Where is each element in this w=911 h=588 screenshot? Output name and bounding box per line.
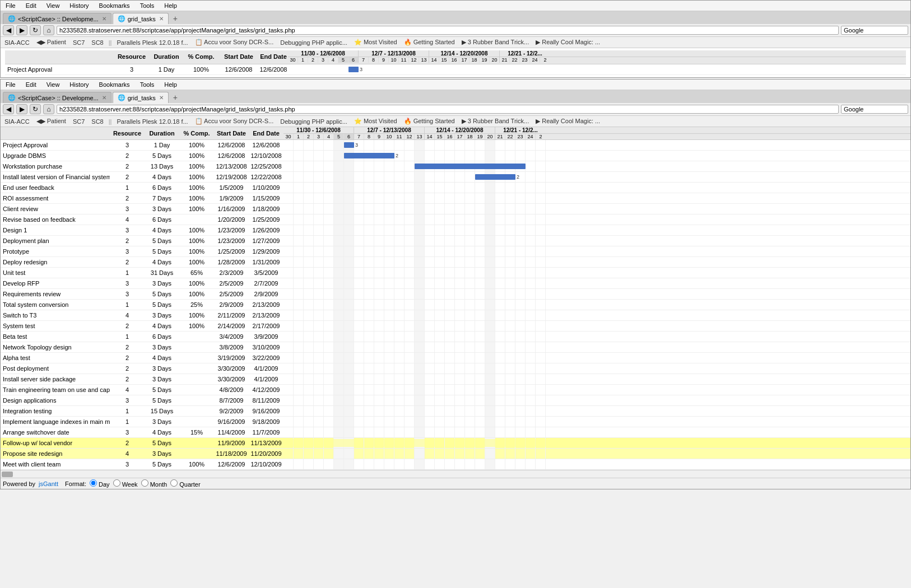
bookmark-sc8-2[interactable]: SC8 <box>90 118 105 125</box>
table-row[interactable]: Deploy redesign 2 4 Days 100% 1/28/2009 … <box>1 257 910 268</box>
tab-close-g-2[interactable]: ✕ <box>159 95 164 101</box>
table-row[interactable]: Post deployment 2 3 Days 3/30/2009 4/1/2… <box>1 363 910 374</box>
table-row[interactable]: Implement language indexes in main menu … <box>1 417 910 427</box>
menu-view-1[interactable]: View <box>45 2 62 10</box>
bookmark-accu-2[interactable]: 📋 Accu voor Sony DCR-S... <box>193 117 276 125</box>
back-btn-1[interactable]: ◀ <box>3 25 14 35</box>
new-tab-btn-2[interactable]: + <box>170 92 181 103</box>
scroll-bar[interactable] <box>1 470 910 478</box>
table-row[interactable]: Client review 3 3 Days 100% 1/16/2009 1/… <box>1 204 910 214</box>
table-row[interactable]: Arrange switchover date 3 4 Days 15% 11/… <box>1 427 910 438</box>
bookmark-parallels-1[interactable]: Parallels Plesk 12.0.18 f... <box>115 39 189 46</box>
menu-history-1[interactable]: History <box>68 2 90 10</box>
search-input-2[interactable] <box>841 105 908 114</box>
menu-edit-2[interactable]: Edit <box>24 81 38 88</box>
menu-tools-1[interactable]: Tools <box>138 2 156 10</box>
back-btn-2[interactable]: ◀ <box>3 104 14 114</box>
menu-file-2[interactable]: File <box>4 81 17 88</box>
table-row[interactable]: Switch to T3 4 3 Days 100% 2/11/2009 2/1… <box>1 310 910 321</box>
tab-scriptcase-1[interactable]: 🌐 <ScriptCase> :: Developme... ✕ <box>3 13 111 24</box>
table-row[interactable]: Propose site redesign 4 3 Days 11/18/200… <box>1 449 910 459</box>
menu-view-2[interactable]: View <box>45 81 62 88</box>
url-input-2[interactable] <box>57 105 839 114</box>
menu-edit-1[interactable]: Edit <box>24 2 38 10</box>
format-quarter-radio[interactable] <box>170 479 178 487</box>
tab-scriptcase-2[interactable]: 🌐 <ScriptCase> :: Developme... ✕ <box>3 92 111 103</box>
table-row[interactable]: Beta test 1 6 Days 3/4/2009 3/9/2009 <box>1 332 910 342</box>
reload-btn-2[interactable]: ↻ <box>30 104 41 114</box>
table-row[interactable]: Upgrade DBMS 2 5 Days 100% 12/6/2008 12/… <box>1 151 910 161</box>
table-row[interactable]: System test 2 4 Days 100% 2/14/2009 2/17… <box>1 321 910 332</box>
forward-btn-2[interactable]: ▶ <box>16 104 27 114</box>
format-week-label[interactable]: Week <box>113 479 138 488</box>
bookmark-debug-2[interactable]: Debugging PHP applic... <box>278 118 349 125</box>
bookmark-magic-2[interactable]: ▶ Really Cool Magic: ... <box>534 117 602 125</box>
gantt-bar[interactable] <box>475 174 515 180</box>
bookmark-patient-1[interactable]: ◀▶ Patient <box>35 38 68 46</box>
table-row[interactable]: Unit test 1 31 Days 65% 2/3/2009 3/5/200… <box>1 268 910 278</box>
gantt-bar[interactable] <box>415 164 526 169</box>
menu-bookmarks-2[interactable]: Bookmarks <box>97 81 132 88</box>
bookmark-siaacc-1[interactable]: SIA-ACC <box>3 39 31 46</box>
format-quarter-label[interactable]: Quarter <box>170 479 200 488</box>
bookmark-accu-1[interactable]: 📋 Accu voor Sony DCR-S... <box>193 38 276 46</box>
table-row[interactable]: Deployment plan 2 5 Days 100% 1/23/2009 … <box>1 236 910 246</box>
bookmark-parallels-2[interactable]: Parallels Plesk 12.0.18 f... <box>115 118 189 125</box>
bookmark-rubber-2[interactable]: ▶ 3 Rubber Band Trick... <box>460 117 531 125</box>
scroll-thumb[interactable] <box>2 472 13 477</box>
tab-close-sc-2[interactable]: ✕ <box>102 95 106 101</box>
table-row[interactable]: Meet with client team 3 5 Days 100% 12/6… <box>1 459 910 470</box>
tab-grid-2[interactable]: 🌐 grid_tasks ✕ <box>113 92 169 103</box>
tab-close-grid-1[interactable]: ✕ <box>159 16 164 22</box>
table-row[interactable]: Requirements review 3 5 Days 100% 2/5/20… <box>1 289 910 300</box>
table-row[interactable]: Develop RFP 3 3 Days 100% 2/5/2009 2/7/2… <box>1 278 910 289</box>
home-btn-2[interactable]: ⌂ <box>43 104 54 114</box>
format-week-radio[interactable] <box>113 479 120 487</box>
url-input-1[interactable] <box>57 26 839 35</box>
forward-btn-1[interactable]: ▶ <box>16 25 27 35</box>
table-row[interactable]: Workstation purchase 2 13 Days 100% 12/1… <box>1 161 910 172</box>
bookmark-started-1[interactable]: 🔥 Getting Started <box>402 38 457 46</box>
table-row[interactable]: Network Topology design 2 3 Days 3/8/200… <box>1 342 910 353</box>
bookmark-debug-1[interactable]: Debugging PHP applic... <box>278 39 349 46</box>
bookmark-most-1[interactable]: ⭐ Most Visited <box>352 38 399 46</box>
new-tab-btn-1[interactable]: + <box>170 13 181 24</box>
table-row[interactable]: Project Approval 3 1 Day 100% 12/6/2008 … <box>1 140 910 151</box>
table-row[interactable]: Total system conversion 1 5 Days 25% 2/9… <box>1 300 910 310</box>
format-month-radio[interactable] <box>141 479 148 487</box>
search-input-1[interactable] <box>841 26 908 35</box>
table-row[interactable]: Integration testing 1 15 Days 9/2/2009 9… <box>1 406 910 417</box>
menu-tools-2[interactable]: Tools <box>138 81 156 88</box>
bookmark-sc7-1[interactable]: SC7 <box>71 39 86 46</box>
table-row[interactable]: End user feedback 1 6 Days 100% 1/5/2009… <box>1 183 910 193</box>
menu-bookmarks-1[interactable]: Bookmarks <box>97 2 132 10</box>
table-row[interactable]: Install latest version of Financial syst… <box>1 172 910 183</box>
table-row[interactable]: Prototype 3 5 Days 100% 1/25/2009 1/29/2… <box>1 246 910 257</box>
format-day-label[interactable]: Day <box>90 479 110 488</box>
tab-close-1[interactable]: ✕ <box>102 16 106 22</box>
format-month-label[interactable]: Month <box>141 479 168 488</box>
bookmark-sc7-2[interactable]: SC7 <box>71 118 86 125</box>
jsgantt-link[interactable]: jsGantt <box>39 480 58 487</box>
bookmark-magic-1[interactable]: ▶ Really Cool Magic: ... <box>534 38 602 46</box>
bookmark-sc8-1[interactable]: SC8 <box>90 39 105 46</box>
menu-help-1[interactable]: Help <box>162 2 179 10</box>
home-btn-1[interactable]: ⌂ <box>43 25 54 35</box>
reload-btn-1[interactable]: ↻ <box>30 25 41 35</box>
gantt-bar[interactable] <box>344 153 394 158</box>
bookmark-patient-2[interactable]: ◀▶ Patient <box>35 117 68 125</box>
table-row[interactable]: Follow-up w/ local vendor 2 5 Days 11/9/… <box>1 438 910 449</box>
format-day-radio[interactable] <box>90 479 97 487</box>
bookmark-most-2[interactable]: ⭐ Most Visited <box>352 117 399 125</box>
table-row[interactable]: Alpha test 2 4 Days 3/19/2009 3/22/2009 <box>1 353 910 363</box>
table-row[interactable]: Design applications 3 5 Days 8/7/2009 8/… <box>1 395 910 406</box>
gantt-bar[interactable] <box>344 142 354 148</box>
table-row[interactable]: ROI assessment 2 7 Days 100% 1/9/2009 1/… <box>1 193 910 204</box>
menu-history-2[interactable]: History <box>68 81 90 88</box>
table-row[interactable]: Train engineering team on use and capabi… <box>1 385 910 395</box>
table-row[interactable]: Design 1 3 4 Days 100% 1/23/2009 1/26/20… <box>1 225 910 236</box>
bookmark-siaacc-2[interactable]: SIA-ACC <box>3 118 31 125</box>
bookmark-started-2[interactable]: 🔥 Getting Started <box>402 117 457 125</box>
menu-file-1[interactable]: File <box>4 2 17 10</box>
tab-grid-tasks-1[interactable]: 🌐 grid_tasks ✕ <box>113 13 169 24</box>
